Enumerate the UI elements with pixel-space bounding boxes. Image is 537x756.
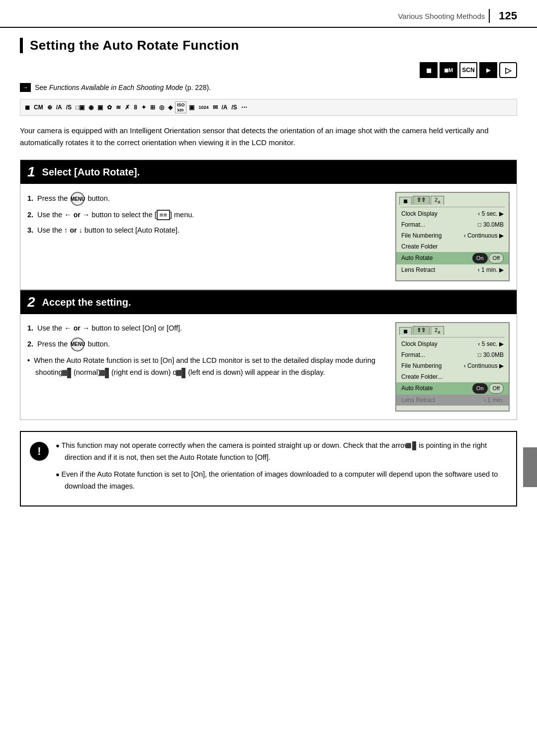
cam-bar-icon-timer: ◉ [87,103,95,111]
description-text: Your camera is equipped with an Intellig… [20,125,517,149]
mode-icon-scn: SCN [459,62,477,78]
step-2-header: 2 Accept the setting. [20,290,517,314]
mode-icons-row: ◼ ◼M SCN ▶ ▷ [20,62,517,78]
step-2-body: Use the ← or → button to select [On] or … [20,314,517,420]
cam-bar-icon-flower: ✿ [105,103,113,111]
mode-icon-play: ▷ [499,62,517,78]
cam-bar-icon-s1: /S [65,103,73,111]
lcd2-row-lensretract: Lens Retract ‹ 1 min. [396,395,509,406]
step-2-instruction-2: Press the MENU button. [27,337,387,351]
step-1-container: 1 Select [Auto Rotate]. Press the MENU b… [20,160,517,290]
cam-bar-icon-8: 8 [132,103,139,111]
lcd2-off-btn[interactable]: Off [489,383,504,394]
lcd-row-autorotate: Auto Rotate On Off [396,252,509,264]
lcd2-btn-group: On Off [472,383,504,394]
step-2-instruction-1: Use the ← or → button to select [On] or … [27,322,387,335]
cam-bar-icon-mail: ✉ [211,103,219,111]
cam-bar-icon-x: ✗ [123,103,131,111]
cam-bar-icon-wave: ≋ [114,103,122,111]
lcd2-on-btn[interactable]: On [472,383,488,394]
lcd2-row-createfolder: Create Folder... [396,371,509,382]
cam-bar-icon-dots: ⋯ [240,103,249,111]
page-container: Various Shooting Methods 125 Setting the… [0,0,537,756]
step-1-instruction-1: Press the MENU button. [27,192,387,206]
lcd-row-format: Format... □ 30.0MB [396,219,509,230]
lcd2-row-autorotate: Auto Rotate On Off [396,382,509,395]
menu-button-icon: MENU [71,192,85,206]
mode-icon-m: ◼M [440,62,457,78]
cam-bar-icon-box2: ▣ [187,103,196,111]
camera-modes-bar: ◼ CM ⊕ /A /S □▣ ◉ ▣ ✿ ≋ ✗ 8 ✦ ⊞ ◎ ◈ ISO3… [20,99,517,116]
cam-bar-icon-cm: CM [32,103,45,111]
lcd-tab-mode: 2a [431,196,444,205]
warning-item-2: Even if the Auto Rotate function is set … [56,469,507,493]
arrow-right-icon: → [20,83,31,92]
step-2-bullet: When the Auto Rotate function is set to … [27,354,387,379]
step-2-title: Accept the setting. [42,297,131,308]
cam-bar-icon-grid: ⊞ [149,103,157,111]
cam-right-icon: ⬛ [105,368,109,378]
cam-bar-icon-sq: □▣ [74,103,86,111]
cam-bar-icon-a1: /A [55,103,64,111]
step-1-title: Select [Auto Rotate]. [42,167,140,178]
cam-bar-icon-a2: /A [220,103,229,111]
header-divider [489,9,490,23]
cam-bar-icon-diamond: ◈ [167,103,174,111]
lcd-tab-camera: ◼ [399,197,412,205]
cam-bar-icon: ◼ [23,103,31,111]
mode-icon-auto: ◼ [420,62,438,78]
main-content: Setting the Auto Rotate Function ◼ ◼M SC… [0,28,537,521]
warning-box: ! This function may not operate correctl… [20,431,517,506]
see-functions-row: → See Functions Available in Each Shooti… [20,83,517,92]
cam-bar-icon-1024: 1024 [197,104,210,110]
lcd2-row-clock: Clock Display ‹ 5 sec. ▶ [396,338,509,349]
lcd-tab-settings: ⇧⇧ [413,196,430,205]
warning-icon: ! [30,442,49,461]
step-1-header: 1 Select [Auto Rotate]. [20,160,517,184]
warning-item-1: This function may not operate correctly … [56,440,507,464]
cam-left-icon: ⬛ [181,368,185,378]
lcd-row-clock: Clock Display ‹ 5 sec. ▶ [396,208,509,219]
lcd2-tab-settings: ⇧⇧ [413,326,430,335]
lcd-off-btn[interactable]: Off [489,253,504,263]
lcd-row-filenumber: File Numbering ‹ Continuous ▶ [396,230,509,241]
step-2-instructions: Use the ← or → button to select [On] or … [27,322,387,412]
warning-text: This function may not operate correctly … [56,440,507,498]
lcd-row-lensretract: Lens Retract ‹ 1 min. ▶ [396,264,509,275]
step-1-instructions: Press the MENU button. Use the ← or → bu… [27,192,387,281]
lcd-tabs-2: ◼ ⇧⇧ 2a [396,326,509,335]
page-header: Various Shooting Methods 125 [0,0,537,28]
cam-arrow-icon: ⬛ [412,441,416,451]
chapter-tab [523,447,537,487]
lcd2-row-filenumber: File Numbering ‹ Continuous ▶ [396,360,509,371]
lcd2-tab-mode: 2a [431,326,444,335]
step-1-lcd: ◼ ⇧⇧ 2a Clock Display ‹ 5 sec. ▶ Format.… [395,192,510,281]
lcd-on-btn[interactable]: On [472,253,488,263]
lcd2-tab-camera: ◼ [399,327,412,335]
step-1-body: Press the MENU button. Use the ← or → bu… [20,184,517,290]
section-label: Various Shooting Methods [398,12,485,20]
step-2-container: 2 Accept the setting. Use the ← or → but… [20,290,517,420]
step-1-instruction-2: Use the ← or → button to select the [≡≡]… [27,209,387,221]
lcd2-row-format: Format... □ 30.0MB [396,349,509,360]
cam-bar-icon-face: ▣ [96,103,104,111]
see-functions-text: See Functions Available in Each Shooting… [35,84,211,91]
step-1-number: 1 [27,164,35,180]
cam-normal-icon: ⬛ [67,368,71,378]
cam-bar-icon-iso: ISO320 [175,101,187,113]
lcd-btn-group-1: On Off [472,253,504,263]
step-2-number: 2 [27,294,35,310]
lcd-row-createfolder: Create Folder [396,241,509,252]
cam-bar-icon-sport: ⊕ [46,103,54,111]
mode-icon-cam: ▶ [479,62,497,78]
page-title: Setting the Auto Rotate Function [20,38,517,53]
step-1-instruction-3: Use the ↑ or ↓ button to select [Auto Ro… [27,224,387,237]
cam-bar-icon-star: ✦ [140,103,148,111]
step-2-lcd: ◼ ⇧⇧ 2a Clock Display ‹ 5 sec. ▶ Format.… [395,322,510,412]
menu-button-icon-2: MENU [71,337,85,351]
lcd-tabs-1: ◼ ⇧⇧ 2a [396,196,509,205]
cam-bar-icon-s2: /S [230,103,239,111]
cam-bar-icon-circle: ◎ [158,103,166,111]
page-number: 125 [499,9,517,22]
